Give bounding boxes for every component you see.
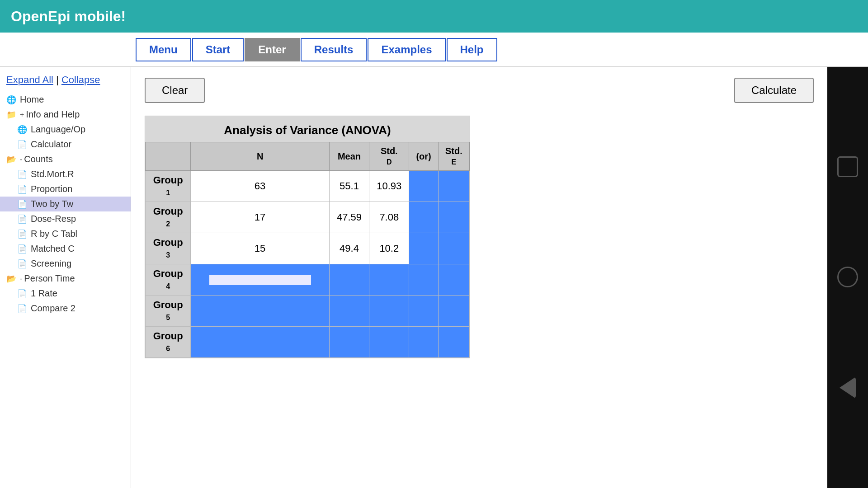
row-6-std[interactable] <box>369 327 409 358</box>
nav-start-button[interactable]: Start <box>192 38 244 61</box>
col-header-mean: Mean <box>329 142 369 171</box>
row-3-mean[interactable]: 49.4 <box>329 233 369 264</box>
row-4-std[interactable] <box>369 264 409 296</box>
anova-row-3: Group3 15 49.4 10.2 <box>146 233 470 264</box>
folder-minus-icon: 📂 <box>6 155 16 164</box>
collapse-link[interactable]: Collapse <box>61 74 100 85</box>
row-6-label: Group6 <box>146 327 191 358</box>
sidebar-item-language[interactable]: 🌐 Language/Op <box>0 122 131 137</box>
doc-icon-rbyc: 📄 <box>17 229 27 239</box>
row-1-label: Group1 <box>146 171 191 202</box>
device-square-button[interactable] <box>837 156 858 177</box>
nav-help-button[interactable]: Help <box>447 38 497 61</box>
globe-icon: 🌐 <box>6 95 16 105</box>
row-2-label: Group2 <box>146 202 191 233</box>
row-4-n[interactable] <box>191 264 330 296</box>
action-row: Clear Calculate <box>145 78 814 103</box>
sidebar-item-stdmort[interactable]: 📄 Std.Mort.R <box>0 167 131 182</box>
col-header-std2: Std. E <box>438 142 469 171</box>
col-header-std: Std. D <box>369 142 409 171</box>
sidebar-expand-collapse: Expand All | Collapse <box>0 70 131 92</box>
row-2-std[interactable]: 7.08 <box>369 202 409 233</box>
row-6-n[interactable] <box>191 327 330 358</box>
nav-menu-button[interactable]: Menu <box>136 38 191 61</box>
doc-icon-stdmort: 📄 <box>17 169 27 179</box>
anova-table-container: Analysis of Variance (ANOVA) N Mean Std.… <box>145 116 470 358</box>
row-4-n-input[interactable] <box>209 275 311 285</box>
app-header: OpenEpi mobile! <box>0 0 868 33</box>
main-area: Expand All | Collapse 🌐 Home 📁 + Info an… <box>0 67 868 488</box>
sidebar-item-proportion[interactable]: 📄 Proportion <box>0 182 131 197</box>
row-3-n[interactable]: 15 <box>191 233 330 264</box>
anova-row-1: Group1 63 55.1 10.93 <box>146 171 470 202</box>
anova-row-5: Group5 <box>146 296 470 327</box>
row-1-std[interactable]: 10.93 <box>369 171 409 202</box>
anova-row-2: Group2 17 47.59 7.08 <box>146 202 470 233</box>
row-1-mean[interactable]: 55.1 <box>329 171 369 202</box>
separator: | <box>56 74 61 85</box>
sidebar-label-counts: Counts <box>24 154 52 164</box>
clear-button[interactable]: Clear <box>145 78 205 103</box>
sidebar-item-home[interactable]: 🌐 Home <box>0 92 131 107</box>
row-4-mean[interactable] <box>329 264 369 296</box>
folder-minus-icon-2: 📂 <box>6 274 16 284</box>
anova-row-6: Group6 <box>146 327 470 358</box>
row-4-std2 <box>438 264 469 296</box>
row-2-n[interactable]: 17 <box>191 202 330 233</box>
sidebar-item-calculator[interactable]: 📄 Calculator <box>0 137 131 152</box>
calculate-button[interactable]: Calculate <box>734 78 814 103</box>
sidebar-label-stdmort: Std.Mort.R <box>31 169 74 179</box>
row-5-n[interactable] <box>191 296 330 327</box>
doc-icon-doseresp: 📄 <box>17 214 27 224</box>
sidebar-label-doseresp: Dose-Resp <box>31 214 76 224</box>
doc-icon-screening: 📄 <box>17 259 27 269</box>
sidebar-label-proportion: Proportion <box>31 184 72 194</box>
anova-header-row: N Mean Std. D (or) Std. E <box>146 142 470 171</box>
sidebar-item-doseresp[interactable]: 📄 Dose-Resp <box>0 211 131 226</box>
row-6-std2 <box>438 327 469 358</box>
sidebar-item-rbyc[interactable]: 📄 R by C Tabl <box>0 226 131 241</box>
row-6-mean[interactable] <box>329 327 369 358</box>
sidebar-item-1rate[interactable]: 📄 1 Rate <box>0 286 131 301</box>
sidebar-label-twobytwo: Two by Tw <box>31 199 73 209</box>
sidebar-item-matched[interactable]: 📄 Matched C <box>0 241 131 256</box>
row-5-mean[interactable] <box>329 296 369 327</box>
sidebar: Expand All | Collapse 🌐 Home 📁 + Info an… <box>0 67 131 488</box>
sidebar-label-1rate: 1 Rate <box>31 288 57 299</box>
sidebar-item-info[interactable]: 📁 + Info and Help <box>0 107 131 122</box>
nav-examples-button[interactable]: Examples <box>368 38 445 61</box>
row-3-label: Group3 <box>146 233 191 264</box>
row-2-mean[interactable]: 47.59 <box>329 202 369 233</box>
nav-results-button[interactable]: Results <box>301 38 367 61</box>
row-5-label: Group5 <box>146 296 191 327</box>
row-3-std[interactable]: 10.2 <box>369 233 409 264</box>
row-1-or <box>409 171 438 202</box>
row-2-std2 <box>438 202 469 233</box>
sidebar-label-persontime: Person Time <box>24 273 75 284</box>
device-back-button[interactable] <box>840 377 856 399</box>
col-header-n: N <box>191 142 330 171</box>
row-4-label: Group4 <box>146 264 191 296</box>
sidebar-label-rbyc: R by C Tabl <box>31 229 77 239</box>
nav-enter-button[interactable]: Enter <box>245 38 299 61</box>
anova-row-4: Group4 <box>146 264 470 296</box>
doc-icon-1rate: 📄 <box>17 289 27 299</box>
row-4-or <box>409 264 438 296</box>
row-5-or <box>409 296 438 327</box>
sidebar-label-home: Home <box>20 94 44 105</box>
sidebar-item-persontime[interactable]: 📂 - Person Time <box>0 271 131 286</box>
device-circle-button[interactable] <box>837 267 858 287</box>
doc-icon-compare2: 📄 <box>17 304 27 314</box>
sidebar-label-language: Language/Op <box>31 124 85 135</box>
app-title: OpenEpi mobile! <box>11 8 126 25</box>
row-5-std[interactable] <box>369 296 409 327</box>
sidebar-item-screening[interactable]: 📄 Screening <box>0 256 131 271</box>
col-header-group <box>146 142 191 171</box>
folder-plus-icon: 📁 <box>6 110 16 120</box>
row-1-n[interactable]: 63 <box>191 171 330 202</box>
globe-icon-2: 🌐 <box>17 125 27 135</box>
sidebar-item-compare2[interactable]: 📄 Compare 2 <box>0 301 131 316</box>
sidebar-item-twobytwo[interactable]: 📄 Two by Tw <box>0 197 131 211</box>
expand-all-link[interactable]: Expand All <box>6 74 53 85</box>
sidebar-item-counts[interactable]: 📂 - Counts <box>0 152 131 167</box>
